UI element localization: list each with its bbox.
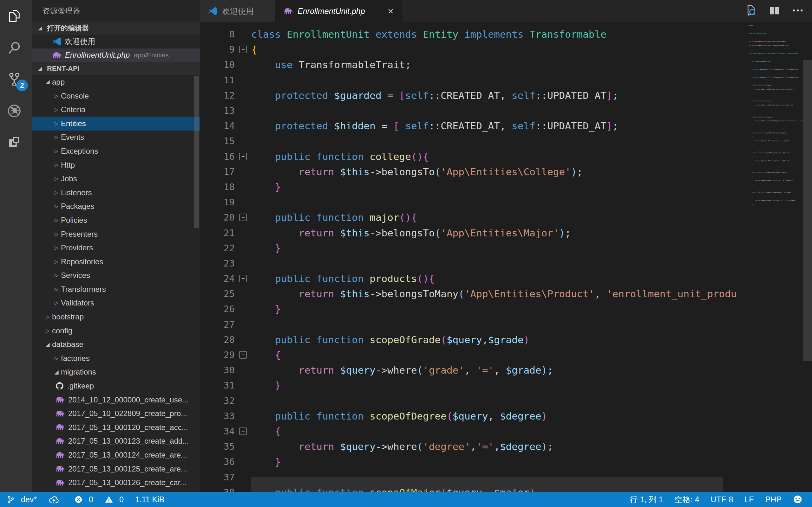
- tree-item-repositories[interactable]: ▷Repositories: [32, 255, 200, 269]
- editor-horizontal-scrollbar[interactable]: [251, 477, 723, 492]
- code-line-21[interactable]: 21 return $this->belongsTo('App\Entities…: [200, 225, 749, 240]
- status-right-lf[interactable]: LF: [745, 495, 754, 504]
- status-right-utf-8[interactable]: UTF-8: [711, 495, 733, 504]
- tree-item-2017-05-13-000126-create-car-[interactable]: 2017_05_13_000126_create_car...: [32, 475, 200, 490]
- code-line-8[interactable]: 8class EnrollmentUnit extends Entity imp…: [200, 26, 749, 42]
- status-left-dev-[interactable]: dev*: [6, 495, 37, 504]
- code-line-27[interactable]: 27: [200, 317, 749, 332]
- code-line-28[interactable]: 28 public function scopeOfGrade($query,$…: [200, 332, 749, 347]
- status-right-空格-4[interactable]: 空格: 4: [675, 494, 699, 505]
- code-line-35[interactable]: 35 return $query->where('degree','=',$de…: [200, 439, 749, 454]
- tree-item-config[interactable]: ▷config: [32, 324, 200, 338]
- open-editors-header[interactable]: ◢ 打开的编辑器: [32, 21, 200, 35]
- code-line-33[interactable]: 33 public function scopeOfDegree($query,…: [200, 408, 749, 424]
- code-line-24[interactable]: 24− public function products(){: [200, 271, 749, 286]
- code-line-25[interactable]: 25 return $this->belongsToMany('App\Enti…: [200, 286, 749, 301]
- tree-item--gitkeep[interactable]: .gitkeep: [32, 379, 200, 393]
- fold-icon[interactable]: −: [239, 46, 247, 53]
- tree-item-entities[interactable]: ▷Entities: [32, 117, 200, 130]
- code-line-36[interactable]: 36 }: [200, 454, 749, 469]
- status-left-cloud-upload[interactable]: [48, 495, 63, 504]
- code-line-13[interactable]: 13: [200, 103, 749, 118]
- tree-item-presenters[interactable]: ▷Presenters: [32, 227, 200, 241]
- tree-item-jobs[interactable]: ▷Jobs: [32, 172, 200, 186]
- status-left-0[interactable]: 0: [74, 495, 93, 504]
- open-preview-button[interactable]: [744, 4, 761, 18]
- tree-item-policies[interactable]: ▷Policies: [32, 213, 200, 227]
- tree-item-listeners[interactable]: ▷Listeners: [32, 186, 200, 200]
- minimap[interactable]: <?phpnamespace App\Entities;use Prettus\…: [747, 24, 803, 492]
- tree-item-events[interactable]: ▷Events: [32, 130, 200, 145]
- tree-item-criteria[interactable]: ▷Criteria: [32, 103, 200, 117]
- open-editor-item[interactable]: EnrollmentUnit.phpapp/Entities: [32, 49, 200, 62]
- code-line-15[interactable]: 15: [200, 133, 749, 149]
- code-line-26[interactable]: 26 }: [200, 301, 749, 317]
- tree-item-database[interactable]: ◢database: [32, 337, 200, 351]
- status-left-0[interactable]: 0: [105, 495, 124, 504]
- code-line-32[interactable]: 32: [200, 393, 749, 408]
- activity-item-extensions[interactable]: [0, 127, 32, 158]
- more-actions-button[interactable]: [791, 4, 808, 18]
- project-section-header[interactable]: ◢ RENT-API: [32, 62, 200, 75]
- tree-item-http[interactable]: ▷Http: [32, 158, 200, 172]
- tab-welcome[interactable]: 欢迎使用: [200, 0, 275, 22]
- code-line-10[interactable]: 10 use TransformableTrait;: [200, 57, 749, 72]
- tree-item-2017-05-13-000120-create-acc-[interactable]: 2017_05_13_000120_create_acc...: [32, 420, 200, 435]
- code-line-23[interactable]: 23: [200, 256, 749, 271]
- code-line-18[interactable]: 18 }: [200, 179, 749, 194]
- status-right-行-1-列-1[interactable]: 行 1, 列 1: [629, 494, 663, 505]
- activity-item-files[interactable]: [0, 0, 32, 32]
- code-line-22[interactable]: 22 }: [200, 240, 749, 256]
- open-editor-item[interactable]: 欢迎使用: [32, 35, 200, 49]
- tree-item-label: Listeners: [61, 188, 92, 197]
- tree-item-exceptions[interactable]: ▷Exceptions: [32, 144, 200, 158]
- code-line-30[interactable]: 30 return $query->where('grade', '=', $g…: [200, 362, 749, 378]
- tree-item-factories[interactable]: ▷factories: [32, 351, 200, 365]
- code-line-31[interactable]: 31 }: [200, 378, 749, 393]
- activity-item-search[interactable]: [0, 32, 32, 63]
- status-left-1-11-kib[interactable]: 1.11 KiB: [135, 495, 165, 504]
- status-right-php[interactable]: PHP: [765, 495, 781, 504]
- code-pane[interactable]: 8class EnrollmentUnit extends Entity imp…: [200, 22, 749, 492]
- tree-item-2017-05-13-000123-create-add-[interactable]: 2017_05_13_000123_create_add...: [32, 435, 200, 448]
- tree-item-2017-05-10-022809-create-pro-[interactable]: 2017_05_10_022809_create_pro...: [32, 406, 200, 420]
- code-line-17[interactable]: 17 return $this->belongsTo('App\Entities…: [200, 164, 749, 179]
- close-icon[interactable]: ×: [388, 6, 394, 16]
- tree-item-app[interactable]: ◢app: [32, 75, 200, 89]
- tree-item-2014-10-12-000000-create-use-[interactable]: 2014_10_12_000000_create_use...: [32, 393, 200, 407]
- code-editor[interactable]: 8class EnrollmentUnit extends Entity imp…: [200, 22, 812, 492]
- code-line-11[interactable]: 11: [200, 72, 749, 88]
- code-line-14[interactable]: 14 protected $hidden = [ self::CREATED_A…: [200, 118, 749, 133]
- tree-item-services[interactable]: ▷Services: [32, 269, 200, 283]
- tree-item-providers[interactable]: ▷Providers: [32, 241, 200, 255]
- fold-icon[interactable]: −: [239, 214, 247, 221]
- tree-item-transformers[interactable]: ▷Transformers: [32, 282, 200, 296]
- fold-icon[interactable]: −: [239, 153, 247, 160]
- tree-item-migrations[interactable]: ◢migrations: [32, 365, 200, 379]
- code-line-19[interactable]: 19: [200, 194, 749, 210]
- tree-item-bootstrap[interactable]: ▷bootstrap: [32, 310, 200, 324]
- code-line-12[interactable]: 12 protected $guarded = [self::CREATED_A…: [200, 88, 749, 103]
- fold-icon[interactable]: −: [239, 275, 247, 282]
- tree-item-packages[interactable]: ▷Packages: [32, 200, 200, 214]
- chevron-collapsed-icon: ▷: [52, 190, 61, 195]
- status-right-smiley[interactable]: [793, 495, 806, 504]
- tree-item-2017-05-13-000125-create-are-[interactable]: 2017_05_13_000125_create_are...: [32, 462, 200, 476]
- fold-icon[interactable]: −: [239, 351, 247, 359]
- sidebar-scrollbar[interactable]: [194, 76, 199, 228]
- fold-icon[interactable]: −: [239, 428, 247, 435]
- activity-item-source-control[interactable]: 2: [0, 63, 32, 95]
- split-editor-button[interactable]: [768, 4, 784, 18]
- code-line-34[interactable]: 34− {: [200, 424, 749, 439]
- tab-active-file[interactable]: EnrollmentUnit.php×: [275, 0, 402, 22]
- activity-item-debug[interactable]: [0, 95, 32, 127]
- tree-item-console[interactable]: ▷Console: [32, 89, 200, 103]
- code-line-16[interactable]: 16− public function college(){: [200, 149, 749, 164]
- editor-vertical-scrollbar[interactable]: [803, 60, 812, 361]
- code-line-9[interactable]: 9−{: [200, 42, 749, 57]
- tree-item-2017-05-13-000124-create-are-[interactable]: 2017_05_13_000124_create_are...: [32, 448, 200, 462]
- tree-item-validators[interactable]: ▷Validators: [32, 296, 200, 310]
- code-line-29[interactable]: 29− {: [200, 347, 749, 362]
- chevron-collapsed-icon: ▷: [52, 176, 61, 181]
- code-line-20[interactable]: 20− public function major(){: [200, 210, 749, 225]
